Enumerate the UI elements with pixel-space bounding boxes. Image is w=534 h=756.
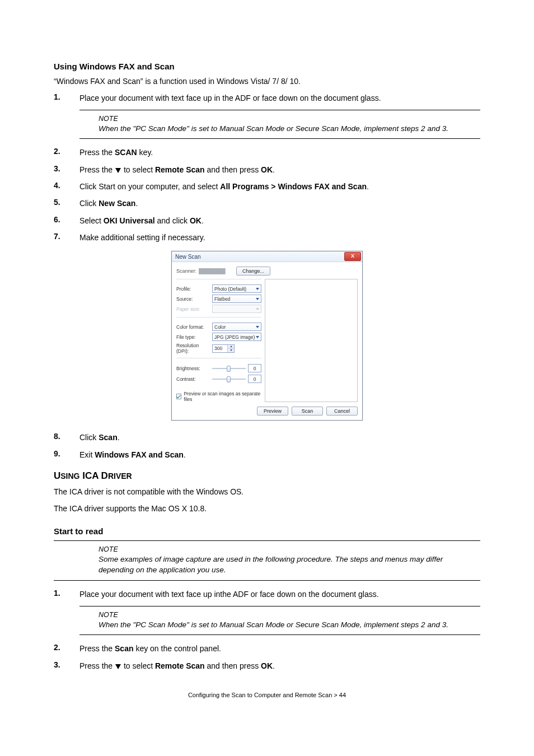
step-number: 7. <box>54 232 79 243</box>
profile-select[interactable]: Photo (Default) <box>212 284 261 293</box>
bold-fragment: Windows FAX and Scan <box>95 450 184 459</box>
select-value: Color <box>214 324 226 330</box>
step-number: 9. <box>54 449 79 460</box>
spinner-buttons[interactable] <box>227 345 234 352</box>
step-text: Exit Windows FAX and Scan. <box>79 449 480 460</box>
step-number: 2. <box>54 147 79 158</box>
bold-fragment: OKI Universal <box>104 216 155 225</box>
cancel-button[interactable]: Cancel <box>326 407 358 416</box>
list-item: 5. Click New Scan. <box>54 198 480 209</box>
paper-size-label: Paper size: <box>176 306 210 312</box>
step-number: 3. <box>54 660 79 671</box>
document-page: Using Windows FAX and Scan “Windows FAX … <box>0 0 534 721</box>
preview-button[interactable]: Preview <box>257 407 288 416</box>
brightness-slider[interactable] <box>212 365 246 372</box>
step-text: Place your document with text face up in… <box>79 589 480 600</box>
text-fragment: and then press <box>205 661 261 670</box>
contrast-slider[interactable] <box>212 376 246 382</box>
bold-fragment: OK <box>261 661 273 670</box>
step-text: Select OKI Universal and click OK. <box>79 215 480 226</box>
file-type-select[interactable]: JPG (JPEG image) <box>212 333 261 341</box>
list-item: 1. Place your document with text face up… <box>54 589 480 600</box>
list-item: 6. Select OKI Universal and click OK. <box>54 215 480 226</box>
file-type-label: File type: <box>176 334 210 340</box>
text-fragment: Click Start on your computer, and select <box>79 182 220 191</box>
note-body: When the "PC Scan Mode" is set to Manual… <box>99 620 480 631</box>
contrast-label: Contrast: <box>176 376 210 382</box>
settings-panel: Profile: Photo (Default) Source: Flatbed… <box>176 279 261 402</box>
chevron-down-icon <box>256 308 259 310</box>
preview-panel <box>265 279 358 402</box>
text-fragment: Press the <box>79 644 115 653</box>
chevron-down-icon <box>256 336 259 338</box>
dialog-panels: Profile: Photo (Default) Source: Flatbed… <box>176 279 358 402</box>
step-text: Click Start on your computer, and select… <box>79 181 480 192</box>
text-fragment: . <box>273 165 275 174</box>
text-fragment: and then press <box>205 165 261 174</box>
note-body: Some examples of image capture are used … <box>99 554 480 576</box>
bold-fragment: Scan <box>115 644 133 653</box>
step-text: Click Scan. <box>79 432 480 443</box>
select-value: Photo (Default) <box>214 286 246 292</box>
section-heading-ica: USING ICA DRIVER <box>54 470 480 482</box>
step-number: 5. <box>54 198 79 209</box>
list-item: 3. Press the to select Remote Scan and t… <box>54 164 480 175</box>
list-item: 3. Press the to select Remote Scan and t… <box>54 660 480 671</box>
source-label: Source: <box>176 296 210 302</box>
brightness-label: Brightness: <box>176 366 210 371</box>
text-fragment: . <box>367 182 369 191</box>
scanner-name: ████████ <box>199 268 225 274</box>
dialog-footer: Preview Scan Cancel <box>172 402 362 420</box>
contrast-value: 0 <box>248 375 261 383</box>
resolution-stepper[interactable]: 300 <box>212 344 235 353</box>
step-text: Make additional setting if necessary. <box>79 232 480 243</box>
text-fragment: Press the <box>79 165 115 174</box>
note-box: NOTE Some examples of image capture are … <box>54 540 480 581</box>
text-fragment: . <box>135 199 138 208</box>
section-heading-start: Start to read <box>54 526 480 536</box>
source-select[interactable]: Flatbed <box>212 295 261 303</box>
text-fragment: Click <box>79 433 99 442</box>
step-text: Press the to select Remote Scan and then… <box>79 660 480 671</box>
intro-paragraph-fax: “Windows FAX and Scan” is a function use… <box>54 76 480 87</box>
list-item: 2. Press the SCAN key. <box>54 147 480 158</box>
step-number: 4. <box>54 181 79 192</box>
change-button[interactable]: Change... <box>236 267 270 276</box>
step-text: Press the to select Remote Scan and then… <box>79 164 480 175</box>
scanner-row: Scanner: ████████ Change... <box>176 267 358 276</box>
ordered-list-a-cont: 8. Click Scan. 9. Exit Windows FAX and S… <box>54 432 480 460</box>
paper-size-select <box>212 305 261 313</box>
bold-fragment: Remote Scan <box>155 165 205 174</box>
step-text: Press the Scan key on the control panel. <box>79 643 480 654</box>
step-number: 6. <box>54 215 79 226</box>
list-item: 1. Place your document with text face up… <box>54 92 480 104</box>
chevron-down-icon <box>256 298 259 300</box>
color-format-label: Color format: <box>176 324 210 330</box>
dialog-figure: New Scan X Scanner: ████████ Change... P… <box>54 251 480 421</box>
note-body: When the "PC Scan Mode" is set to Manual… <box>99 124 480 134</box>
bold-fragment: OK <box>190 216 202 225</box>
select-value: JPG (JPEG image) <box>214 334 255 340</box>
text-fragment: . <box>202 216 204 225</box>
color-format-select[interactable]: Color <box>212 323 261 331</box>
scanner-label: Scanner: <box>176 268 196 274</box>
brightness-value: 0 <box>248 364 261 372</box>
chevron-down-icon <box>256 288 259 290</box>
dialog-title: New Scan <box>175 254 344 260</box>
section-heading-fax: Using Windows FAX and Scan <box>54 62 480 71</box>
bold-fragment: Scan <box>99 433 117 442</box>
step-number: 3. <box>54 164 79 175</box>
step-number: 2. <box>54 643 79 654</box>
scan-button[interactable]: Scan <box>292 407 323 416</box>
step-number: 1. <box>54 589 79 600</box>
close-icon[interactable]: X <box>344 252 361 261</box>
note-title: NOTE <box>99 611 480 619</box>
list-item: 8. Click Scan. <box>54 432 480 443</box>
text-fragment: key. <box>137 148 153 157</box>
separate-files-checkbox[interactable] <box>176 394 181 399</box>
text-fragment: . <box>273 661 275 670</box>
ica-paragraph-2: The ICA driver supports the Mac OS X 10.… <box>54 503 480 514</box>
text-fragment: . <box>184 450 186 459</box>
step-number: 8. <box>54 432 79 443</box>
resolution-label: Resolution (DPI): <box>176 343 210 354</box>
